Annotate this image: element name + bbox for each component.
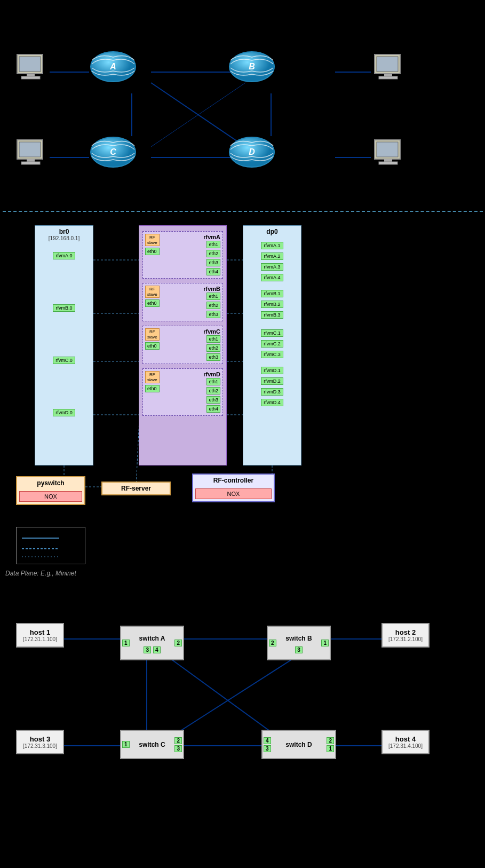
rfvmD-name: rfvmD — [203, 371, 220, 377]
topology-section: A B — [0, 0, 485, 208]
section-divider — [3, 208, 483, 215]
switch-section: host 1 [172.31.1.100] host 2 [172.31.2.1… — [0, 588, 485, 812]
host4-box: host 4 [172.31.4.100] — [381, 730, 430, 754]
switchC-port1: 1 — [122, 741, 130, 748]
eth3-A: eth3 — [206, 259, 220, 266]
eth0-C: eth0 — [145, 342, 160, 350]
switchD-port4: 4 — [264, 737, 271, 744]
switchB-name: switch B — [277, 633, 321, 644]
svg-rect-32 — [384, 159, 392, 162]
host1-label: host 1 — [19, 628, 61, 636]
pyswitch-box: pyswitch NOX — [16, 476, 85, 505]
eth1-B: eth1 — [206, 293, 220, 300]
switchB-port1: 1 — [321, 640, 329, 646]
host4-label: host 4 — [385, 735, 426, 743]
switchB-port3: 3 — [295, 646, 303, 653]
switchD-name: switch D — [272, 739, 326, 751]
svg-rect-27 — [19, 142, 41, 157]
svg-rect-21 — [21, 76, 40, 79]
host2-ip: [172.31.2.100] — [385, 636, 426, 642]
eth0-B: eth0 — [145, 299, 160, 307]
eth1-A: eth1 — [206, 241, 220, 248]
svg-rect-33 — [379, 162, 397, 164]
rfvm-C-box: RFslave eth0 rfvmC eth1 eth2 eth3 — [142, 326, 223, 364]
rf-slave-C-badge: RFslave — [145, 328, 160, 341]
dp0-title: dp0 — [243, 226, 301, 235]
eth0-D: eth0 — [145, 385, 160, 392]
rfvmC-name: rfvmC — [203, 328, 220, 335]
computer-pc4 — [373, 139, 403, 168]
eth4-A: eth4 — [206, 268, 220, 275]
switch-C-box: 1 switch C 2 3 — [120, 730, 184, 759]
rfcontroller-box: RF-controller NOX — [192, 474, 275, 502]
topology-svg — [0, 0, 485, 208]
svg-text:A: A — [109, 62, 116, 71]
br0-iface-rfvmD: rfvmD.0 — [35, 408, 93, 417]
svg-rect-24 — [384, 74, 392, 76]
switchA-port1: 1 — [122, 640, 130, 646]
eth0-A: eth0 — [145, 248, 160, 255]
dp0-rfvmD-ifaces: rfvmD.1 rfvmD.2 rfvmD.3 rfvmD.4 — [243, 366, 301, 407]
switch-B-box: 2 switch B 3 1 — [267, 626, 331, 660]
computer-pc2 — [373, 53, 403, 83]
svg-rect-25 — [379, 76, 397, 79]
router-D: D — [228, 136, 271, 165]
host2-box: host 2 [172.31.2.100] — [381, 623, 430, 648]
nox2-badge: NOX — [195, 488, 272, 499]
router-B: B — [228, 51, 271, 80]
rfvm-D-box: RFslave eth0 rfvmD eth1 eth2 eth3 eth4 — [142, 368, 223, 416]
switchA-port2: 2 — [174, 640, 182, 646]
rfvm-container: RFslave eth0 rfvmA eth1 eth2 eth3 eth4 — [139, 225, 227, 465]
switchC-port3: 3 — [174, 745, 182, 752]
router-A: A — [89, 51, 132, 80]
svg-rect-31 — [377, 142, 398, 157]
rfvmB-name: rfvmB — [203, 286, 220, 292]
computer-pc3 — [16, 139, 45, 168]
svg-rect-29 — [21, 162, 40, 164]
br0-box: br0 [192.168.0.1] rfvmA.0 rfvmB.0 rfvmC.… — [35, 225, 93, 465]
host3-label: host 3 — [19, 735, 61, 743]
switchA-port3: 3 — [144, 646, 151, 653]
svg-text:B: B — [249, 62, 255, 71]
legend-box — [16, 527, 85, 564]
svg-rect-19 — [19, 57, 41, 72]
host3-box: host 3 [172.31.3.100] — [16, 730, 64, 754]
host4-ip: [172.31.4.100] — [385, 743, 426, 749]
switch-D-box: 4 3 switch D 2 1 — [261, 730, 336, 759]
rfvm-B-box: RFslave eth0 rfvmB eth1 eth2 eth3 — [142, 283, 223, 321]
br0-iface-rfvmC: rfvmC.0 — [35, 356, 93, 365]
dp0-rfvmB-ifaces: rfvmB.1 rfvmB.2 rfvmB.3 — [243, 289, 301, 320]
host1-ip: [172.31.1.100] — [19, 636, 61, 642]
switchC-port2: 2 — [174, 737, 182, 744]
dp0-rfvmC-ifaces: rfvmC.1 rfvmC.2 rfvmC.3 — [243, 328, 301, 359]
nox1-badge: NOX — [19, 491, 82, 502]
eth2-A: eth2 — [206, 250, 220, 257]
switchD-port3: 3 — [264, 745, 271, 752]
switchA-port4: 4 — [153, 646, 161, 653]
rf-slave-D-badge: RFslave — [145, 371, 160, 383]
data-plane-label: Data Plane: E.g., Mininet — [5, 570, 76, 577]
svg-rect-28 — [27, 159, 35, 162]
svg-text:C: C — [110, 147, 116, 156]
vm-section: br0 [192.168.0.1] rfvmA.0 rfvmB.0 rfvmC.… — [0, 215, 485, 588]
rfvm-A-box: RFslave eth0 rfvmA eth1 eth2 eth3 eth4 — [142, 231, 223, 279]
rfvmA-name: rfvmA — [203, 234, 220, 240]
eth1-C: eth1 — [206, 335, 220, 343]
switch-svg — [0, 588, 485, 812]
eth2-D: eth2 — [206, 387, 220, 394]
computer-pc1 — [16, 53, 45, 83]
eth2-B: eth2 — [206, 302, 220, 309]
pyswitch-label: pyswitch — [17, 477, 84, 489]
eth3-C: eth3 — [206, 353, 220, 361]
br0-title: br0 — [35, 226, 93, 235]
switchC-name: switch C — [131, 739, 174, 751]
host1-box: host 1 [172.31.1.100] — [16, 623, 64, 648]
br0-iface-rfvmA: rfvmA.0 — [35, 251, 93, 261]
rfcontroller-label: RF-controller — [193, 475, 274, 486]
switchA-name: switch A — [131, 633, 174, 644]
switch-A-box: 1 switch A 3 4 2 — [120, 626, 184, 660]
svg-rect-23 — [377, 57, 398, 72]
rf-slave-A-badge: RFslave — [145, 234, 160, 246]
eth1-D: eth1 — [206, 378, 220, 385]
switchD-port1: 1 — [327, 745, 334, 752]
